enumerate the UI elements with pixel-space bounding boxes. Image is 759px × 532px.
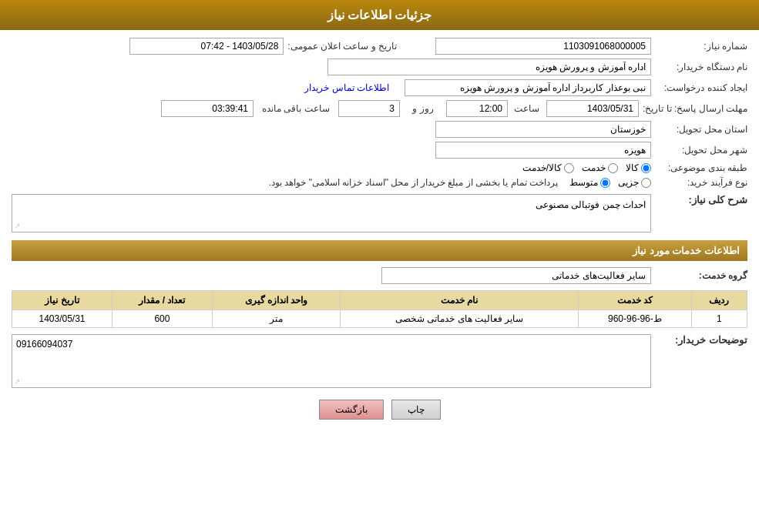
row-city: شهر محل تحویل: — [12, 142, 747, 159]
notes-resize-handle: ↗ — [14, 377, 20, 386]
radio-khedmat[interactable] — [608, 163, 618, 173]
row-need-number: شماره نیاز: تاریخ و ساعت اعلان عمومی: — [12, 38, 747, 55]
table-row: 1 ط-96-96-960 سایر فعالیت های خدماتی شخص… — [12, 310, 747, 328]
time-input[interactable] — [446, 100, 508, 117]
description-value: احداث چمن فوتبالی مصنوعی — [536, 199, 646, 210]
buyer-notes-box: 09166094037 ↗ — [12, 334, 651, 388]
col-header-unit: واحد اندازه گیری — [212, 291, 340, 310]
back-button[interactable]: بازگشت — [319, 400, 384, 420]
requester-input[interactable] — [405, 79, 651, 96]
remaining-label: ساعت باقی مانده — [257, 103, 334, 114]
deadline-date-input[interactable] — [546, 100, 639, 117]
col-header-qty: تعداد / مقدار — [112, 291, 212, 310]
row-buyer-notes: توضیحات خریدار: 09166094037 ↗ — [12, 334, 747, 388]
page-wrapper: جزئیات اطلاعات نیاز شماره نیاز: تاریخ و … — [0, 0, 759, 532]
print-button[interactable]: چاپ — [391, 400, 441, 420]
city-input[interactable] — [435, 142, 651, 159]
radio-kala[interactable] — [641, 163, 651, 173]
cell-rownum: 1 — [691, 310, 747, 328]
radio-khedmat-label: خدمت — [582, 162, 606, 173]
row-province: استان محل تحویل: — [12, 121, 747, 138]
row-requester: ایجاد کننده درخواست: اطلاعات تماس خریدار — [12, 79, 747, 96]
radio-mota-label: متوسط — [569, 177, 598, 188]
content-area: شماره نیاز: تاریخ و ساعت اعلان عمومی: نا… — [0, 30, 759, 439]
services-section-title: اطلاعات خدمات مورد نیاز — [633, 245, 740, 256]
province-input[interactable] — [435, 121, 651, 138]
announcement-date-label: تاریخ و ساعت اعلان عمومی: — [287, 41, 397, 52]
col-header-rownum: ردیف — [691, 291, 747, 310]
process-radio-group: جزیی متوسط — [569, 177, 651, 188]
days-input[interactable] — [338, 100, 400, 117]
need-number-label: شماره نیاز: — [655, 41, 747, 52]
remaining-input[interactable] — [161, 100, 254, 117]
process-note: پرداخت تمام یا بخشی از مبلغ خریدار از مح… — [269, 177, 558, 188]
services-table: ردیف کد خدمت نام خدمت واحد اندازه گیری ت… — [12, 290, 747, 328]
cell-qty: 600 — [112, 310, 212, 328]
contact-info-link[interactable]: اطلاعات تماس خریدار — [304, 82, 389, 93]
category-radio-group: کالا خدمت کالا/خدمت — [522, 162, 651, 173]
category-radio-kala: کالا — [626, 162, 651, 173]
process-radio-jozii: جزیی — [618, 177, 651, 188]
category-radio-kala-khedmat: کالا/خدمت — [522, 162, 574, 173]
button-row: چاپ بازگشت — [12, 400, 747, 431]
radio-kala-khedmat[interactable] — [564, 163, 574, 173]
row-category: طبقه بندی موضوعی: کالا خدمت کالا/خدمت — [12, 162, 747, 173]
resize-handle: ↗ — [14, 222, 20, 230]
row-process: نوع فرآیند خرید: جزیی متوسط پرداخت تمام … — [12, 177, 747, 188]
service-group-label: گروه خدمت: — [655, 270, 747, 281]
page-title: جزئیات اطلاعات نیاز — [327, 8, 432, 22]
row-deadline: مهلت ارسال پاسخ: تا تاریخ: ساعت روز و سا… — [12, 100, 747, 117]
deadline-label: مهلت ارسال پاسخ: تا تاریخ: — [643, 103, 747, 114]
cell-date: 1403/05/31 — [12, 310, 113, 328]
announcement-date-input[interactable] — [129, 38, 284, 55]
cell-code: ط-96-96-960 — [579, 310, 691, 328]
buyer-org-input[interactable] — [327, 59, 651, 75]
cell-unit: متر — [212, 310, 340, 328]
service-group-input[interactable] — [381, 267, 651, 284]
description-label: شرح کلی نیاز: — [655, 194, 747, 206]
col-header-date: تاریخ نیاز — [12, 291, 113, 310]
process-radio-mota: متوسط — [569, 177, 610, 188]
services-section-header: اطلاعات خدمات مورد نیاز — [12, 240, 747, 261]
buyer-notes-label: توضیحات خریدار: — [655, 334, 747, 346]
col-header-name: نام خدمت — [341, 291, 579, 310]
category-radio-khedmat: خدمت — [582, 162, 618, 173]
need-number-input[interactable] — [435, 38, 651, 55]
buyer-notes-value: 09166094037 — [16, 339, 646, 350]
radio-kala-khedmat-label: کالا/خدمت — [522, 162, 562, 173]
page-header: جزئیات اطلاعات نیاز — [0, 0, 759, 30]
cell-name: سایر فعالیت های خدماتی شخصی — [341, 310, 579, 328]
category-label: طبقه بندی موضوعی: — [655, 162, 747, 173]
col-header-code: کد خدمت — [579, 291, 691, 310]
buyer-org-label: نام دستگاه خریدار: — [655, 62, 747, 72]
city-label: شهر محل تحویل: — [655, 145, 747, 156]
description-box: احداث چمن فوتبالی مصنوعی ↗ — [12, 194, 651, 233]
time-label: ساعت — [512, 103, 542, 114]
radio-jozii[interactable] — [641, 178, 651, 188]
requester-label: ایجاد کننده درخواست: — [655, 82, 747, 93]
radio-kala-label: کالا — [626, 162, 639, 173]
radio-mota[interactable] — [600, 178, 610, 188]
province-label: استان محل تحویل: — [655, 124, 747, 135]
days-label: روز و — [404, 103, 442, 114]
process-label: نوع فرآیند خرید: — [655, 177, 747, 188]
row-service-group: گروه خدمت: — [12, 267, 747, 284]
row-buyer-org: نام دستگاه خریدار: — [12, 59, 747, 75]
radio-jozii-label: جزیی — [618, 177, 639, 188]
row-description: شرح کلی نیاز: احداث چمن فوتبالی مصنوعی ↗ — [12, 194, 747, 233]
